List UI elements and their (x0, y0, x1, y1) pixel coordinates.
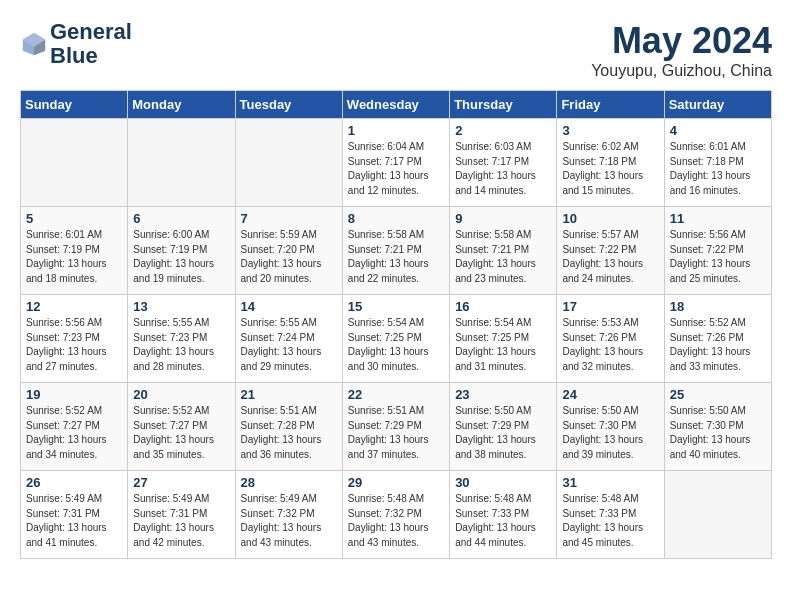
calendar-week-1: 1Sunrise: 6:04 AMSunset: 7:17 PMDaylight… (21, 119, 772, 207)
cell-info: Sunrise: 5:54 AMSunset: 7:25 PMDaylight:… (348, 316, 444, 374)
calendar-header-row: SundayMondayTuesdayWednesdayThursdayFrid… (21, 91, 772, 119)
calendar-cell (128, 119, 235, 207)
calendar-cell: 13Sunrise: 5:55 AMSunset: 7:23 PMDayligh… (128, 295, 235, 383)
day-number: 4 (670, 123, 766, 138)
day-number: 29 (348, 475, 444, 490)
calendar-cell: 8Sunrise: 5:58 AMSunset: 7:21 PMDaylight… (342, 207, 449, 295)
cell-info: Sunrise: 5:56 AMSunset: 7:22 PMDaylight:… (670, 228, 766, 286)
calendar-cell: 14Sunrise: 5:55 AMSunset: 7:24 PMDayligh… (235, 295, 342, 383)
cell-info: Sunrise: 5:58 AMSunset: 7:21 PMDaylight:… (348, 228, 444, 286)
calendar-cell: 23Sunrise: 5:50 AMSunset: 7:29 PMDayligh… (450, 383, 557, 471)
cell-info: Sunrise: 5:53 AMSunset: 7:26 PMDaylight:… (562, 316, 658, 374)
calendar-cell: 16Sunrise: 5:54 AMSunset: 7:25 PMDayligh… (450, 295, 557, 383)
cell-info: Sunrise: 6:02 AMSunset: 7:18 PMDaylight:… (562, 140, 658, 198)
cell-info: Sunrise: 5:56 AMSunset: 7:23 PMDaylight:… (26, 316, 122, 374)
day-number: 3 (562, 123, 658, 138)
calendar-cell: 3Sunrise: 6:02 AMSunset: 7:18 PMDaylight… (557, 119, 664, 207)
calendar-cell: 28Sunrise: 5:49 AMSunset: 7:32 PMDayligh… (235, 471, 342, 559)
calendar-cell: 11Sunrise: 5:56 AMSunset: 7:22 PMDayligh… (664, 207, 771, 295)
page-header: General Blue May 2024 Youyupu, Guizhou, … (20, 20, 772, 80)
calendar-cell: 1Sunrise: 6:04 AMSunset: 7:17 PMDaylight… (342, 119, 449, 207)
day-number: 26 (26, 475, 122, 490)
day-number: 11 (670, 211, 766, 226)
calendar-cell: 21Sunrise: 5:51 AMSunset: 7:28 PMDayligh… (235, 383, 342, 471)
day-header-friday: Friday (557, 91, 664, 119)
calendar-cell: 25Sunrise: 5:50 AMSunset: 7:30 PMDayligh… (664, 383, 771, 471)
cell-info: Sunrise: 5:51 AMSunset: 7:29 PMDaylight:… (348, 404, 444, 462)
calendar-cell: 22Sunrise: 5:51 AMSunset: 7:29 PMDayligh… (342, 383, 449, 471)
calendar-cell: 19Sunrise: 5:52 AMSunset: 7:27 PMDayligh… (21, 383, 128, 471)
calendar-week-4: 19Sunrise: 5:52 AMSunset: 7:27 PMDayligh… (21, 383, 772, 471)
cell-info: Sunrise: 6:00 AMSunset: 7:19 PMDaylight:… (133, 228, 229, 286)
calendar-cell: 7Sunrise: 5:59 AMSunset: 7:20 PMDaylight… (235, 207, 342, 295)
cell-info: Sunrise: 5:50 AMSunset: 7:29 PMDaylight:… (455, 404, 551, 462)
day-number: 19 (26, 387, 122, 402)
day-header-tuesday: Tuesday (235, 91, 342, 119)
cell-info: Sunrise: 5:54 AMSunset: 7:25 PMDaylight:… (455, 316, 551, 374)
calendar-cell: 12Sunrise: 5:56 AMSunset: 7:23 PMDayligh… (21, 295, 128, 383)
calendar-week-5: 26Sunrise: 5:49 AMSunset: 7:31 PMDayligh… (21, 471, 772, 559)
calendar-cell: 18Sunrise: 5:52 AMSunset: 7:26 PMDayligh… (664, 295, 771, 383)
cell-info: Sunrise: 5:52 AMSunset: 7:27 PMDaylight:… (26, 404, 122, 462)
calendar-cell: 27Sunrise: 5:49 AMSunset: 7:31 PMDayligh… (128, 471, 235, 559)
logo-text: General Blue (50, 20, 132, 68)
cell-info: Sunrise: 5:55 AMSunset: 7:24 PMDaylight:… (241, 316, 337, 374)
day-number: 10 (562, 211, 658, 226)
calendar-cell: 20Sunrise: 5:52 AMSunset: 7:27 PMDayligh… (128, 383, 235, 471)
cell-info: Sunrise: 5:48 AMSunset: 7:33 PMDaylight:… (455, 492, 551, 550)
calendar-week-3: 12Sunrise: 5:56 AMSunset: 7:23 PMDayligh… (21, 295, 772, 383)
title-block: May 2024 Youyupu, Guizhou, China (591, 20, 772, 80)
day-number: 27 (133, 475, 229, 490)
day-number: 14 (241, 299, 337, 314)
day-number: 6 (133, 211, 229, 226)
logo-line1: General (50, 20, 132, 44)
day-number: 9 (455, 211, 551, 226)
calendar-cell: 9Sunrise: 5:58 AMSunset: 7:21 PMDaylight… (450, 207, 557, 295)
calendar-cell: 5Sunrise: 6:01 AMSunset: 7:19 PMDaylight… (21, 207, 128, 295)
calendar-cell (235, 119, 342, 207)
calendar-week-2: 5Sunrise: 6:01 AMSunset: 7:19 PMDaylight… (21, 207, 772, 295)
day-number: 23 (455, 387, 551, 402)
day-number: 22 (348, 387, 444, 402)
cell-info: Sunrise: 5:48 AMSunset: 7:33 PMDaylight:… (562, 492, 658, 550)
cell-info: Sunrise: 5:50 AMSunset: 7:30 PMDaylight:… (562, 404, 658, 462)
calendar-cell: 29Sunrise: 5:48 AMSunset: 7:32 PMDayligh… (342, 471, 449, 559)
day-number: 30 (455, 475, 551, 490)
cell-info: Sunrise: 5:57 AMSunset: 7:22 PMDaylight:… (562, 228, 658, 286)
cell-info: Sunrise: 5:52 AMSunset: 7:26 PMDaylight:… (670, 316, 766, 374)
cell-info: Sunrise: 5:49 AMSunset: 7:32 PMDaylight:… (241, 492, 337, 550)
day-number: 31 (562, 475, 658, 490)
cell-info: Sunrise: 6:04 AMSunset: 7:17 PMDaylight:… (348, 140, 444, 198)
calendar-cell: 6Sunrise: 6:00 AMSunset: 7:19 PMDaylight… (128, 207, 235, 295)
calendar-cell: 30Sunrise: 5:48 AMSunset: 7:33 PMDayligh… (450, 471, 557, 559)
cell-info: Sunrise: 5:55 AMSunset: 7:23 PMDaylight:… (133, 316, 229, 374)
day-number: 12 (26, 299, 122, 314)
day-number: 18 (670, 299, 766, 314)
logo-icon (20, 30, 48, 58)
day-number: 2 (455, 123, 551, 138)
cell-info: Sunrise: 5:59 AMSunset: 7:20 PMDaylight:… (241, 228, 337, 286)
cell-info: Sunrise: 5:48 AMSunset: 7:32 PMDaylight:… (348, 492, 444, 550)
day-number: 15 (348, 299, 444, 314)
day-number: 17 (562, 299, 658, 314)
cell-info: Sunrise: 5:49 AMSunset: 7:31 PMDaylight:… (26, 492, 122, 550)
day-header-thursday: Thursday (450, 91, 557, 119)
logo: General Blue (20, 20, 132, 68)
day-number: 8 (348, 211, 444, 226)
calendar-cell: 26Sunrise: 5:49 AMSunset: 7:31 PMDayligh… (21, 471, 128, 559)
day-number: 13 (133, 299, 229, 314)
calendar-table: SundayMondayTuesdayWednesdayThursdayFrid… (20, 90, 772, 559)
cell-info: Sunrise: 6:03 AMSunset: 7:17 PMDaylight:… (455, 140, 551, 198)
day-number: 20 (133, 387, 229, 402)
cell-info: Sunrise: 5:51 AMSunset: 7:28 PMDaylight:… (241, 404, 337, 462)
day-header-saturday: Saturday (664, 91, 771, 119)
calendar-cell: 24Sunrise: 5:50 AMSunset: 7:30 PMDayligh… (557, 383, 664, 471)
day-number: 21 (241, 387, 337, 402)
cell-info: Sunrise: 6:01 AMSunset: 7:18 PMDaylight:… (670, 140, 766, 198)
day-number: 28 (241, 475, 337, 490)
calendar-cell (21, 119, 128, 207)
calendar-cell: 31Sunrise: 5:48 AMSunset: 7:33 PMDayligh… (557, 471, 664, 559)
day-number: 5 (26, 211, 122, 226)
day-header-sunday: Sunday (21, 91, 128, 119)
calendar-cell: 15Sunrise: 5:54 AMSunset: 7:25 PMDayligh… (342, 295, 449, 383)
